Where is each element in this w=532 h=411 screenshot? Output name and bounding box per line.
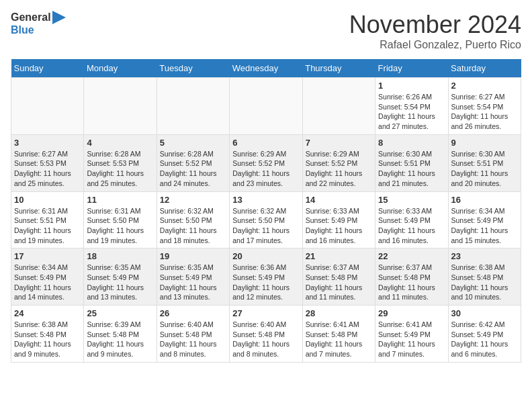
svg-marker-0 (52, 11, 66, 24)
calendar-day-cell: 9Sunrise: 6:30 AMSunset: 5:51 PMDaylight… (448, 134, 521, 191)
calendar-day-cell: 15Sunrise: 6:33 AMSunset: 5:49 PMDayligh… (375, 191, 448, 248)
calendar-day-cell: 21Sunrise: 6:37 AMSunset: 5:48 PMDayligh… (302, 248, 375, 306)
day-info: Sunrise: 6:41 AMSunset: 5:48 PMDaylight:… (306, 320, 372, 359)
day-info: Sunrise: 6:27 AMSunset: 5:53 PMDaylight:… (14, 149, 81, 189)
day-number: 22 (378, 251, 445, 261)
calendar-day-cell: 8Sunrise: 6:30 AMSunset: 5:51 PMDaylight… (375, 134, 448, 191)
day-info: Sunrise: 6:35 AMSunset: 5:49 PMDaylight:… (87, 263, 153, 302)
day-number: 4 (87, 138, 153, 148)
day-info: Sunrise: 6:31 AMSunset: 5:51 PMDaylight:… (14, 206, 81, 246)
day-number: 13 (232, 195, 299, 205)
day-number: 28 (306, 308, 372, 318)
calendar-day-cell: 4Sunrise: 6:28 AMSunset: 5:53 PMDaylight… (84, 134, 157, 191)
calendar-day-cell: 5Sunrise: 6:28 AMSunset: 5:52 PMDaylight… (157, 134, 229, 191)
calendar-day-cell: 6Sunrise: 6:29 AMSunset: 5:52 PMDaylight… (230, 134, 302, 191)
calendar-day-cell: 12Sunrise: 6:32 AMSunset: 5:50 PMDayligh… (157, 191, 229, 248)
logo-arrow-icon (52, 11, 66, 24)
calendar-day-cell (11, 78, 84, 135)
calendar-day-cell (302, 78, 375, 135)
calendar-day-cell (157, 78, 229, 135)
logo: General Blue (11, 11, 66, 36)
day-number: 6 (232, 138, 299, 148)
day-info: Sunrise: 6:27 AMSunset: 5:54 PMDaylight:… (451, 92, 518, 132)
day-number: 12 (160, 195, 226, 205)
day-info: Sunrise: 6:36 AMSunset: 5:49 PMDaylight:… (232, 263, 299, 302)
weekday-header: Saturday (448, 59, 521, 78)
calendar-week-row: 10Sunrise: 6:31 AMSunset: 5:51 PMDayligh… (11, 191, 521, 248)
calendar-day-cell: 25Sunrise: 6:39 AMSunset: 5:48 PMDayligh… (84, 306, 157, 363)
day-info: Sunrise: 6:38 AMSunset: 5:48 PMDaylight:… (451, 263, 518, 302)
weekday-header: Monday (84, 59, 157, 78)
day-info: Sunrise: 6:33 AMSunset: 5:49 PMDaylight:… (306, 206, 372, 246)
day-number: 23 (451, 251, 518, 261)
calendar-week-row: 3Sunrise: 6:27 AMSunset: 5:53 PMDaylight… (11, 134, 521, 191)
calendar-day-cell: 22Sunrise: 6:37 AMSunset: 5:48 PMDayligh… (375, 248, 448, 306)
calendar-day-cell: 20Sunrise: 6:36 AMSunset: 5:49 PMDayligh… (230, 248, 302, 306)
day-number: 15 (378, 195, 445, 205)
calendar-week-row: 24Sunrise: 6:38 AMSunset: 5:48 PMDayligh… (11, 306, 521, 363)
calendar-day-cell: 2Sunrise: 6:27 AMSunset: 5:54 PMDaylight… (448, 78, 521, 135)
calendar-day-cell: 28Sunrise: 6:41 AMSunset: 5:48 PMDayligh… (302, 306, 375, 363)
calendar-week-row: 1Sunrise: 6:26 AMSunset: 5:54 PMDaylight… (11, 78, 521, 135)
day-info: Sunrise: 6:32 AMSunset: 5:50 PMDaylight:… (232, 206, 299, 246)
header-row: SundayMondayTuesdayWednesdayThursdayFrid… (11, 59, 521, 78)
day-number: 14 (306, 195, 372, 205)
day-number: 3 (14, 138, 81, 148)
location-title: Rafael Gonzalez, Puerto Rico (349, 39, 521, 51)
calendar-week-row: 17Sunrise: 6:34 AMSunset: 5:49 PMDayligh… (11, 248, 521, 306)
day-number: 21 (306, 251, 372, 261)
day-number: 5 (160, 138, 226, 148)
day-number: 27 (232, 308, 299, 318)
day-number: 30 (451, 308, 518, 318)
calendar-day-cell: 3Sunrise: 6:27 AMSunset: 5:53 PMDaylight… (11, 134, 84, 191)
day-info: Sunrise: 6:35 AMSunset: 5:49 PMDaylight:… (160, 263, 226, 302)
logo-general-text: General (11, 11, 51, 24)
calendar-day-cell: 23Sunrise: 6:38 AMSunset: 5:48 PMDayligh… (448, 248, 521, 306)
calendar-day-cell: 1Sunrise: 6:26 AMSunset: 5:54 PMDaylight… (375, 78, 448, 135)
calendar-day-cell: 29Sunrise: 6:41 AMSunset: 5:49 PMDayligh… (375, 306, 448, 363)
day-info: Sunrise: 6:34 AMSunset: 5:49 PMDaylight:… (451, 206, 518, 246)
day-info: Sunrise: 6:38 AMSunset: 5:48 PMDaylight:… (14, 320, 81, 359)
calendar-day-cell: 16Sunrise: 6:34 AMSunset: 5:49 PMDayligh… (448, 191, 521, 248)
day-info: Sunrise: 6:26 AMSunset: 5:54 PMDaylight:… (378, 92, 445, 132)
day-info: Sunrise: 6:37 AMSunset: 5:48 PMDaylight:… (378, 263, 445, 302)
weekday-header: Wednesday (230, 59, 302, 78)
header: General Blue November 2024 Rafael Gonzal… (11, 11, 521, 51)
day-info: Sunrise: 6:34 AMSunset: 5:49 PMDaylight:… (14, 263, 81, 302)
day-number: 2 (451, 81, 518, 91)
weekday-header: Sunday (11, 59, 84, 78)
calendar-day-cell: 14Sunrise: 6:33 AMSunset: 5:49 PMDayligh… (302, 191, 375, 248)
day-number: 19 (160, 251, 226, 261)
calendar-day-cell: 19Sunrise: 6:35 AMSunset: 5:49 PMDayligh… (157, 248, 229, 306)
calendar-day-cell (230, 78, 302, 135)
day-number: 25 (87, 308, 153, 318)
day-number: 29 (378, 308, 445, 318)
day-info: Sunrise: 6:39 AMSunset: 5:48 PMDaylight:… (87, 320, 153, 359)
day-info: Sunrise: 6:30 AMSunset: 5:51 PMDaylight:… (451, 149, 518, 189)
day-info: Sunrise: 6:31 AMSunset: 5:50 PMDaylight:… (87, 206, 153, 246)
day-info: Sunrise: 6:28 AMSunset: 5:52 PMDaylight:… (160, 149, 226, 189)
weekday-header: Tuesday (157, 59, 229, 78)
day-number: 11 (87, 195, 153, 205)
day-info: Sunrise: 6:29 AMSunset: 5:52 PMDaylight:… (306, 149, 372, 189)
calendar-day-cell: 10Sunrise: 6:31 AMSunset: 5:51 PMDayligh… (11, 191, 84, 248)
day-info: Sunrise: 6:30 AMSunset: 5:51 PMDaylight:… (378, 149, 445, 189)
weekday-header: Thursday (302, 59, 375, 78)
day-number: 26 (160, 308, 226, 318)
calendar-day-cell: 13Sunrise: 6:32 AMSunset: 5:50 PMDayligh… (230, 191, 302, 248)
day-info: Sunrise: 6:40 AMSunset: 5:48 PMDaylight:… (160, 320, 226, 359)
day-number: 8 (378, 138, 445, 148)
day-number: 18 (87, 251, 153, 261)
calendar-day-cell: 7Sunrise: 6:29 AMSunset: 5:52 PMDaylight… (302, 134, 375, 191)
day-info: Sunrise: 6:32 AMSunset: 5:50 PMDaylight:… (160, 206, 226, 246)
weekday-header: Friday (375, 59, 448, 78)
calendar-day-cell: 26Sunrise: 6:40 AMSunset: 5:48 PMDayligh… (157, 306, 229, 363)
logo-blue-text: Blue (11, 24, 66, 36)
day-number: 1 (378, 81, 445, 91)
day-info: Sunrise: 6:41 AMSunset: 5:49 PMDaylight:… (378, 320, 445, 359)
calendar-day-cell: 24Sunrise: 6:38 AMSunset: 5:48 PMDayligh… (11, 306, 84, 363)
calendar-day-cell: 17Sunrise: 6:34 AMSunset: 5:49 PMDayligh… (11, 248, 84, 306)
day-info: Sunrise: 6:33 AMSunset: 5:49 PMDaylight:… (378, 206, 445, 246)
day-info: Sunrise: 6:40 AMSunset: 5:48 PMDaylight:… (232, 320, 299, 359)
day-number: 16 (451, 195, 518, 205)
